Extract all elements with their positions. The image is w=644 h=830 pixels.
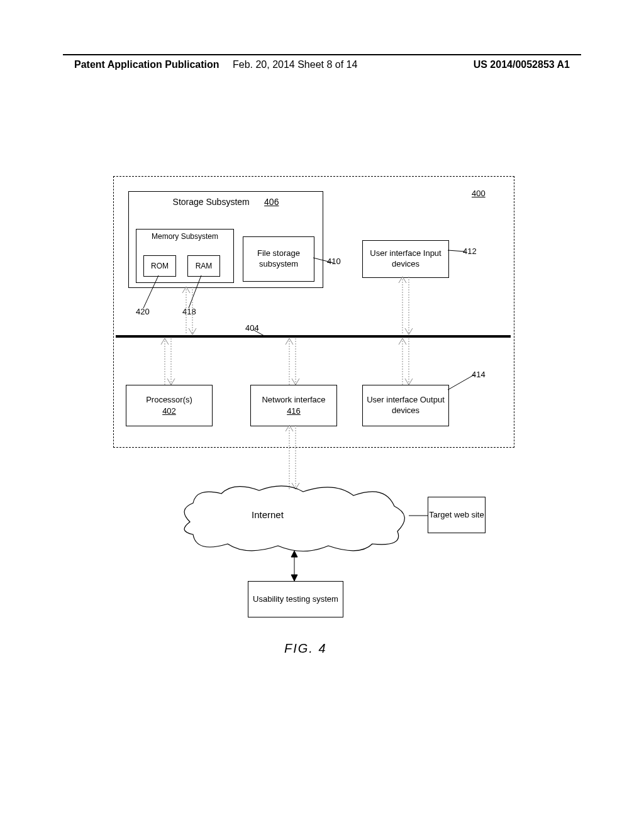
ref-414: 414 — [472, 370, 486, 379]
figure-label: FIG. 4 — [284, 641, 327, 656]
header-left: Patent Application Publication — [74, 59, 219, 70]
storage-label: Storage Subsystem — [173, 197, 250, 207]
ui-output-box: User interface Output devices — [362, 385, 449, 426]
processors-box: Processor(s) 402 — [126, 385, 213, 426]
ui-input-box: User interface Input devices — [362, 240, 449, 278]
ref-406: 406 — [264, 197, 279, 207]
file-storage-box: File storage subsystem — [243, 236, 314, 282]
rom-box: ROM — [143, 255, 176, 277]
ref-404: 404 — [245, 323, 259, 333]
ref-420: 420 — [136, 307, 150, 316]
svg-marker-21 — [291, 575, 297, 581]
internet-cloud — [177, 484, 410, 553]
ref-402: 402 — [162, 406, 176, 417]
header-rule — [63, 54, 581, 55]
ref-400: 400 — [472, 189, 486, 198]
ram-box: RAM — [187, 255, 220, 277]
internet-label: Internet — [252, 509, 284, 520]
header-right: US 2014/0052853 A1 — [474, 59, 570, 70]
header-center: Feb. 20, 2014 Sheet 8 of 14 — [233, 59, 357, 70]
ref-416: 416 — [287, 406, 301, 417]
bus-line — [116, 335, 511, 338]
ref-418: 418 — [182, 307, 196, 316]
usability-testing-box: Usability testing system — [248, 581, 343, 617]
target-website-box: Target web site — [428, 497, 486, 533]
memory-label: Memory Subsystem — [136, 232, 233, 241]
ref-412: 412 — [463, 246, 477, 256]
network-interface-box: Network interface 416 — [250, 385, 337, 426]
ref-410: 410 — [327, 257, 341, 266]
